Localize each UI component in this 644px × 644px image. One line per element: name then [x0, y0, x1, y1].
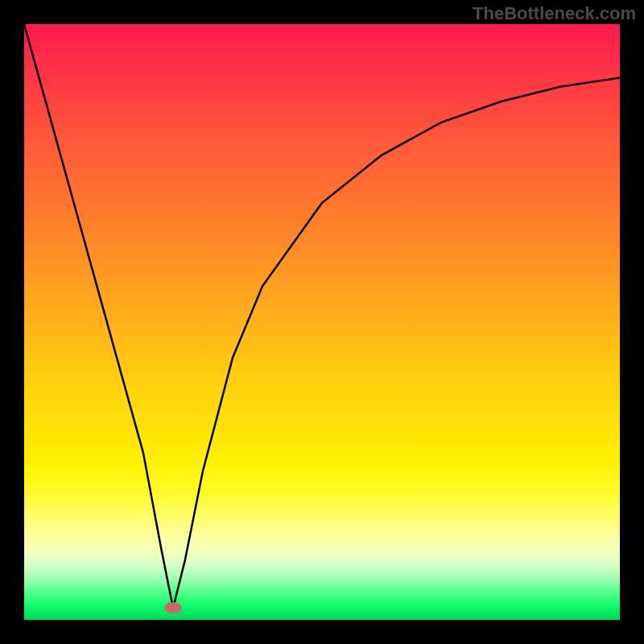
plot-area [24, 24, 620, 620]
watermark-text: TheBottleneck.com [473, 3, 636, 24]
optimal-marker [164, 602, 182, 613]
curve-svg [24, 24, 620, 620]
bottleneck-curve [24, 24, 620, 608]
